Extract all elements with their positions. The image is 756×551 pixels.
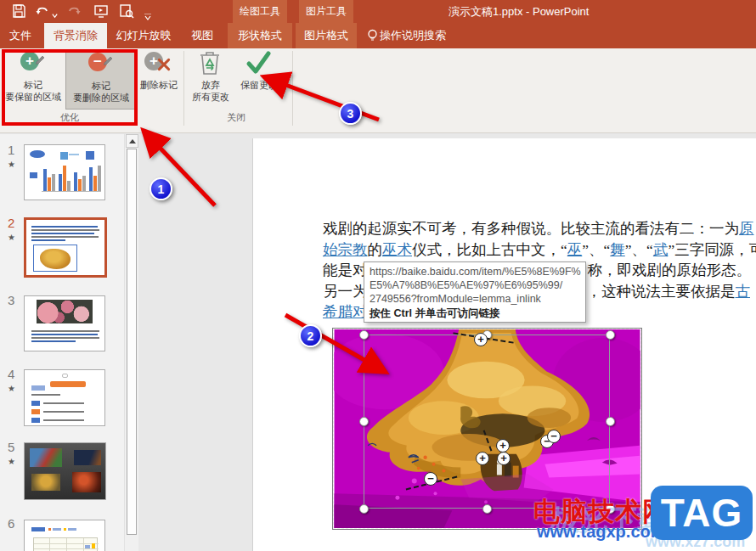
ribbon-separator bbox=[292, 51, 293, 126]
slide-thumbnail-1[interactable] bbox=[24, 144, 105, 200]
keep-mark-plus-icon[interactable]: + bbox=[496, 439, 510, 453]
tab-view[interactable]: 视图 bbox=[182, 23, 223, 48]
handle-mid-left[interactable] bbox=[359, 417, 369, 426]
watermark-site-url: www.tagxp.com bbox=[537, 522, 666, 542]
undo-icon[interactable] bbox=[35, 3, 50, 19]
slide-thumbnail-4[interactable] bbox=[24, 369, 105, 426]
slide-number: 2 bbox=[8, 216, 14, 230]
handle-top-left[interactable] bbox=[359, 330, 369, 340]
body-text-line-1: 戏剧的起源实不可考，有多种假说。比较主流的看法有二：一为原 bbox=[323, 218, 754, 239]
slide-number: 5 bbox=[8, 440, 14, 454]
thumbnail-scrollbar[interactable] bbox=[124, 134, 138, 551]
animation-star-icon: ★ bbox=[8, 160, 15, 169]
undo-dropdown-icon[interactable] bbox=[51, 8, 59, 15]
hyperlink[interactable]: 舞 bbox=[610, 241, 625, 258]
body-text-line-2: 始宗教的巫术仪式，比如上古中文，“巫”、“舞”、“武”三字同源，可 bbox=[323, 239, 756, 261]
tab-background-removal[interactable]: 背景消除 bbox=[44, 23, 107, 48]
keep-changes-button[interactable]: 保留更改 bbox=[234, 50, 284, 91]
keep-mark-plus-icon[interactable]: + bbox=[476, 452, 489, 465]
tell-me-search[interactable]: 操作说明搜索 bbox=[380, 23, 465, 48]
hyperlink[interactable]: 希腊对 bbox=[323, 303, 368, 320]
hyperlink[interactable]: 始宗教 bbox=[323, 241, 368, 258]
hyperlink[interactable]: 巫 bbox=[567, 241, 583, 258]
slide-thumbnail-panel: 1 ★ 2 ★ 3 4 ★ bbox=[0, 134, 124, 551]
trash-recycle-icon bbox=[199, 50, 221, 76]
qat-more-icon[interactable] bbox=[144, 8, 152, 15]
handle-top-right[interactable] bbox=[606, 330, 615, 340]
save-icon[interactable] bbox=[11, 3, 26, 19]
remove-mark-minus-icon[interactable]: − bbox=[547, 430, 561, 443]
animation-star-icon: ★ bbox=[8, 233, 15, 242]
lightbulb-icon bbox=[366, 29, 379, 42]
remove-mark-minus-icon[interactable]: − bbox=[424, 472, 437, 486]
slide-thumbnail-6[interactable] bbox=[24, 520, 105, 551]
handle-bottom-left[interactable] bbox=[359, 504, 369, 514]
slideshow-icon[interactable] bbox=[93, 3, 109, 19]
redo-icon[interactable] bbox=[66, 3, 82, 19]
hyperlink[interactable]: 原 bbox=[739, 220, 754, 237]
tab-slideshow[interactable]: 幻灯片放映 bbox=[110, 23, 177, 48]
context-header-drawing-tools: 绘图工具 bbox=[233, 0, 287, 23]
group-label-close: 关闭 bbox=[189, 111, 284, 124]
selection-marquee[interactable] bbox=[364, 335, 610, 509]
slide-number: 1 bbox=[8, 143, 14, 157]
slide-number: 3 bbox=[8, 293, 14, 307]
handle-bottom-center[interactable] bbox=[482, 504, 492, 514]
handle-mid-right[interactable] bbox=[606, 417, 615, 426]
hyperlink[interactable]: 武 bbox=[653, 241, 669, 258]
annotation-badge-3: 3 bbox=[339, 102, 362, 125]
slide-thumbnail-2-selected[interactable] bbox=[24, 217, 107, 278]
hyperlink-tooltip: https://baike.baidu.com/item/%E5%8E%9F% … bbox=[364, 261, 586, 323]
tooltip-ctrl-click-hint: 按住 Ctrl 并单击可访问链接 bbox=[370, 306, 580, 320]
ribbon-tab-row: 文件 背景消除 幻灯片放映 视图 形状格式 图片格式 操作说明搜索 bbox=[0, 23, 756, 48]
keep-mark-plus-icon[interactable]: + bbox=[497, 452, 511, 465]
tag-logo: TAG bbox=[651, 486, 753, 540]
tab-picture-format[interactable]: 图片格式 bbox=[296, 23, 357, 48]
title-bar: 演示文稿1.pptx - PowerPoint 绘图工具 图片工具 bbox=[0, 0, 756, 23]
tab-file[interactable]: 文件 bbox=[0, 23, 41, 48]
annotation-badge-2: 2 bbox=[299, 324, 322, 347]
tooltip-url-line2: E5%A7%8B%E5%AE%97%E6%95%99/ bbox=[370, 278, 580, 292]
tab-shape-format[interactable]: 形状格式 bbox=[228, 23, 292, 48]
annotation-badge-1: 1 bbox=[150, 177, 172, 200]
slide-number: 6 bbox=[8, 516, 14, 531]
preview-icon[interactable] bbox=[119, 3, 134, 19]
slide-thumbnail-5[interactable] bbox=[24, 442, 106, 500]
slide-number: 4 bbox=[8, 367, 14, 381]
body-text-line-5: 希腊对 bbox=[323, 301, 368, 323]
tooltip-url-line1: https://baike.baidu.com/item/%E5%8E%9F% bbox=[370, 265, 580, 278]
delete-mark-button[interactable]: + 删除标记 bbox=[138, 50, 180, 91]
animation-star-icon: ★ bbox=[8, 384, 15, 393]
red-x-icon bbox=[156, 57, 172, 72]
triangle-up-icon bbox=[129, 139, 136, 143]
hyperlink[interactable]: 古 bbox=[736, 283, 751, 300]
scrollbar-up-button[interactable] bbox=[126, 134, 138, 148]
ribbon-separator bbox=[183, 51, 184, 126]
keep-mark-plus-icon[interactable]: + bbox=[474, 333, 488, 346]
green-checkmark-icon bbox=[245, 50, 272, 76]
animation-star-icon: ★ bbox=[8, 457, 15, 466]
window-title: 演示文稿1.pptx - PowerPoint bbox=[449, 4, 589, 20]
discard-all-changes-button[interactable]: 放弃 所有更改 bbox=[189, 50, 233, 103]
annotation-rectangle bbox=[2, 49, 138, 126]
tooltip-url-line3: 2749556?fromModule=lemma_inlink bbox=[370, 292, 580, 306]
slide-thumbnail-3[interactable] bbox=[24, 295, 105, 351]
scrollbar-thumb[interactable] bbox=[127, 149, 137, 535]
hyperlink[interactable]: 巫术 bbox=[382, 241, 412, 258]
context-header-picture-tools: 图片工具 bbox=[299, 0, 353, 23]
